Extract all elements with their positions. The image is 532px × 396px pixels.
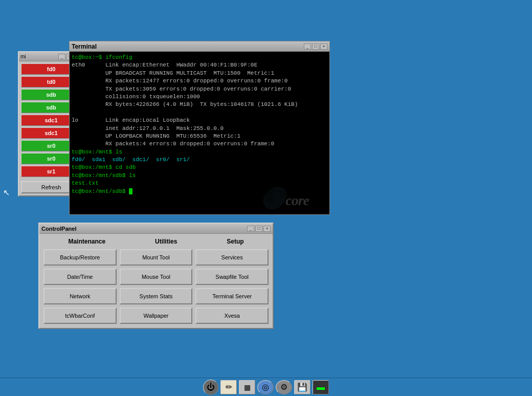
terminal-server-button[interactable]: Terminal Server [195,288,269,304]
terminal-body[interactable]: tc@box:~$ ifconfig eth0 Link encap:Ether… [70,52,329,214]
cp-button-grid: Backup/Restore Mount Tool Services Date/… [43,249,269,324]
disk-minimize-btn[interactable]: _ [58,54,65,60]
network-button[interactable]: Network [43,288,117,304]
settings-icon[interactable]: ⚙ [276,380,292,394]
term-line-12: RX packets:4 errors:0 dropped:0 overruns… [72,140,327,148]
term-line-3: UP BROADCAST RUNNING MULTICAST MTU:1500 … [72,70,327,77]
terminal-titlebar: Terminal _ □ × [70,41,329,52]
terminal-maximize-btn[interactable]: □ [312,43,319,50]
swapfile-tool-button[interactable]: Swapfile Tool [195,269,269,285]
desktop: mi _ □ × fd0 td0 sdb sdb sdc1 sdc1 sr0 s… [0,0,532,396]
term-line-1: tc@box:~$ ifconfig [72,54,327,61]
term-line-10: inet addr:127.0.0.1 Mask:255.0.0.0 [72,125,327,133]
services-button[interactable]: Services [195,249,269,266]
control-panel-titlebar: ControlPanel _ □ × [39,224,273,234]
tinycore-logo: 🌑core [260,186,309,210]
term-line-13: tc@box:/mnt$ ls [72,148,327,156]
cp-minimize-btn[interactable]: _ [247,226,254,232]
cp-win-buttons: _ □ × [247,226,271,232]
mouse-cursor: ↖ [3,188,10,197]
term-line-5: TX packets:3059 errors:0 dropped:0 overr… [72,85,327,93]
control-panel-body: Maintenance Utilities Setup Backup/Resto… [39,234,273,328]
term-line-11: UP LOOPBACK RUNNING MTU:65536 Metric:1 [72,133,327,140]
terminal-win-buttons: _ □ × [304,43,327,50]
date-time-button[interactable]: Date/Time [43,269,117,285]
terminal-taskbar-icon[interactable]: ▬ [313,380,329,394]
control-panel-title: ControlPanel [41,226,76,232]
cp-categories: Maintenance Utilities Setup [43,238,269,245]
cp-maximize-btn[interactable]: □ [255,226,262,232]
wallpaper-button[interactable]: Wallpaper [120,307,193,324]
terminal-title: Terminal [72,43,97,50]
category-maintenance: Maintenance [68,238,105,245]
mount-tool-button[interactable]: Mount Tool [120,249,193,266]
term-line-4: RX packets:12477 errors:0 dropped:0 over… [72,77,327,85]
cp-close-btn[interactable]: × [263,226,271,232]
power-icon[interactable]: ⏻ [203,380,218,395]
disk-icon[interactable]: 💾 [294,380,311,394]
mouse-tool-button[interactable]: Mouse Tool [120,269,193,285]
tcwbarconf-button[interactable]: tcWbarConf [43,307,117,324]
taskbar: ⏻ ✏ ▦ ◎ ⚙ 💾 ▬ [0,378,532,396]
backup-restore-button[interactable]: Backup/Restore [43,249,117,266]
xvesa-button[interactable]: Xvesa [195,307,269,324]
term-line-14: fd0/ sda1 sdb/ sdc1/ sr0/ sr1/ [72,156,327,164]
term-line-8 [72,109,327,117]
terminal-minimize-btn[interactable]: _ [304,43,311,50]
control-panel-window: ControlPanel _ □ × Maintenance Utilities… [38,223,274,329]
disk-manager-title: mi [20,54,26,59]
terminal-window: Terminal _ □ × tc@box:~$ ifconfig eth0 L… [69,41,330,215]
term-line-15: tc@box:/mnt$ cd sdb [72,164,327,171]
term-line-7: RX bytes:4226266 (4.0 MiB) TX bytes:1046… [72,101,327,108]
pen-icon[interactable]: ✏ [220,380,237,394]
system-stats-button[interactable]: System Stats [120,288,193,304]
apps-icon[interactable]: ▦ [239,380,255,394]
term-line-6: collisions:0 txqueuelen:1000 [72,93,327,101]
network-icon[interactable]: ◎ [257,380,274,394]
category-setup: Setup [227,238,243,245]
category-utilities: Utilities [155,238,177,245]
term-line-2: eth0 Link encap:Ethernet HWaddr 00:40:F1… [72,61,327,69]
term-line-16: tc@box:/mnt/sdb$ ls [72,172,327,180]
term-line-9: lo Link encap:Local Loopback [72,117,327,124]
terminal-close-btn[interactable]: × [320,43,327,50]
